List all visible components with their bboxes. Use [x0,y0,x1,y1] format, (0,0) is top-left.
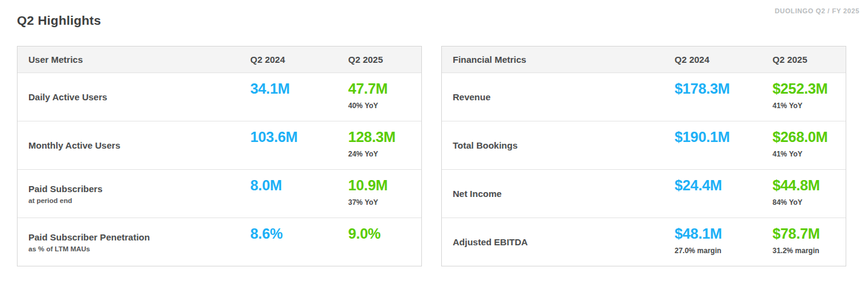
metric-sublabel: as % of LTM MAUs [28,245,245,253]
table-row: Monthly Active Users 103.6M 128.3M 24% Y… [18,121,421,169]
report-watermark: DUOLINGO Q2 / FY 2025 [775,7,860,14]
table-row: Total Bookings $190.1M $268.0M 41% YoY [442,121,846,169]
value-q2-2025: $268.0M [772,130,846,144]
value-q2-2024: 8.6% [250,227,348,241]
yoy-note: 24% YoY [348,150,421,158]
table-title-user-metrics: User Metrics [28,54,245,65]
metric-label: Total Bookings [453,140,670,150]
value-q2-2025: $44.8M [772,178,846,193]
metric-label: Monthly Active Users [28,140,245,150]
value-q2-2025: 10.9M [348,178,421,193]
value-q2-2024: $48.1M [675,227,772,241]
value-q2-2025: $252.3M [772,82,846,96]
yoy-note: 37% YoY [348,198,421,207]
user-metrics-table: User Metrics Q2 2024 Q2 2025 Daily Activ… [17,46,422,266]
metric-sublabel: at period end [28,197,245,204]
value-q2-2024: $24.4M [675,178,772,193]
value-q2-2024: $178.3M [675,82,772,96]
yoy-note: 40% YoY [348,102,421,110]
value-q2-2025: 128.3M [348,130,421,144]
table-row: Revenue $178.3M $252.3M 41% YoY [442,72,846,121]
table-header-row: Financial Metrics Q2 2024 Q2 2025 [442,47,846,72]
value-q2-2025: 9.0% [348,227,421,241]
table-header-row: User Metrics Q2 2024 Q2 2025 [18,47,421,72]
metric-label: Paid Subscriber Penetration [28,232,245,242]
table-row: Daily Active Users 34.1M 47.7M 40% YoY [18,72,421,121]
column-header-q2-2025: Q2 2025 [772,54,846,65]
metric-label: Daily Active Users [28,92,245,102]
financial-metrics-table: Financial Metrics Q2 2024 Q2 2025 Revenu… [441,46,846,266]
column-header-q2-2025: Q2 2025 [348,54,421,65]
column-header-q2-2024: Q2 2024 [250,54,348,65]
table-row: Adjusted EBITDA $48.1M 27.0% margin $78.… [442,218,846,266]
metric-label: Net Income [453,188,670,199]
yoy-note: 41% YoY [772,102,846,110]
margin-note: 27.0% margin [675,246,772,255]
value-q2-2025: $78.7M [772,227,846,241]
margin-note: 31.2% margin [772,246,846,255]
page-title: Q2 Highlights [17,13,101,28]
highlights-tables: User Metrics Q2 2024 Q2 2025 Daily Activ… [17,46,846,266]
metric-label: Revenue [453,92,670,102]
table-row: Paid Subscribers at period end 8.0M 10.9… [18,169,421,218]
yoy-note: 41% YoY [772,150,846,158]
value-q2-2024: 34.1M [250,82,348,96]
table-row: Net Income $24.4M $44.8M 84% YoY [442,169,846,218]
value-q2-2024: 8.0M [250,178,348,193]
table-title-financial-metrics: Financial Metrics [453,54,670,65]
yoy-note: 84% YoY [772,198,846,207]
metric-label: Paid Subscribers [28,184,245,194]
value-q2-2024: $190.1M [675,130,772,144]
value-q2-2024: 103.6M [250,130,348,144]
table-row: Paid Subscriber Penetration as % of LTM … [18,218,421,266]
value-q2-2025: 47.7M [348,82,421,96]
metric-label: Adjusted EBITDA [453,237,670,247]
column-header-q2-2024: Q2 2024 [675,54,772,65]
